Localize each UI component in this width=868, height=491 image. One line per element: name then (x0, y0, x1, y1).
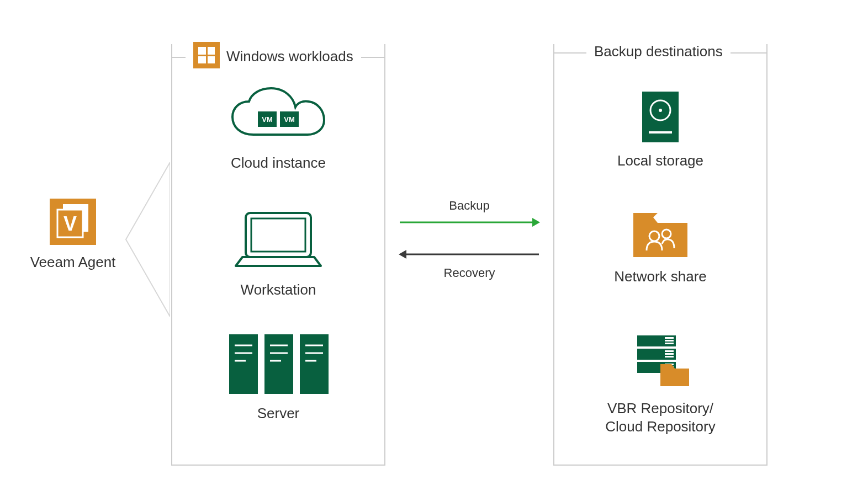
windows-icon (193, 42, 220, 68)
network-share-item: Network share (554, 210, 766, 285)
svg-point-29 (659, 109, 662, 112)
svg-rect-9 (246, 213, 311, 257)
svg-rect-19 (300, 334, 329, 394)
veeam-agent-label: Veeam Agent (18, 254, 128, 271)
svg-rect-39 (665, 353, 674, 355)
svg-text:V: V (63, 212, 77, 235)
workloads-title: Windows workloads (226, 48, 353, 65)
repository-label: VBR Repository/Cloud Repository (554, 399, 766, 435)
network-share-folder-icon (630, 253, 691, 262)
svg-text:VM: VM (284, 115, 295, 124)
arrows-area: Backup Recovery (398, 199, 541, 280)
svg-text:VM: VM (262, 115, 273, 124)
destinations-group: Backup destinations Local storage (553, 44, 768, 466)
workstation-label: Workstation (172, 281, 384, 298)
workloads-group: Windows workloads VM VM Cloud instance W… (171, 44, 385, 466)
svg-marker-4 (126, 162, 170, 317)
backup-arrow-label: Backup (398, 199, 541, 213)
cloud-instance-label: Cloud instance (172, 154, 384, 172)
svg-rect-36 (665, 343, 674, 344)
svg-rect-34 (665, 337, 674, 339)
laptop-icon (226, 266, 331, 275)
network-share-label: Network share (554, 268, 766, 285)
recovery-arrow-icon (398, 253, 541, 263)
server-icon (220, 389, 336, 399)
server-item: Server (172, 331, 384, 422)
local-storage-item: Local storage (554, 89, 766, 169)
cloud-instance-item: VM VM Cloud instance (172, 86, 384, 172)
svg-rect-15 (264, 334, 293, 394)
workloads-group-header: Windows workloads (172, 44, 384, 71)
svg-rect-35 (665, 340, 674, 341)
destinations-title: Backup destinations (594, 43, 723, 60)
repository-item: VBR Repository/Cloud Repository (554, 331, 766, 435)
repository-icon (627, 384, 694, 393)
svg-rect-38 (665, 350, 674, 352)
svg-marker-24 (532, 218, 540, 227)
disk-icon (636, 137, 685, 146)
backup-arrow-icon (398, 221, 541, 231)
svg-marker-26 (399, 250, 406, 259)
svg-rect-40 (665, 356, 674, 357)
destinations-group-header: Backup destinations (554, 44, 766, 61)
svg-rect-10 (251, 218, 305, 252)
workstation-item: Workstation (172, 207, 384, 298)
veeam-agent-icon: V (50, 199, 96, 247)
recovery-arrow-label: Recovery (398, 266, 541, 280)
svg-rect-27 (642, 92, 679, 142)
local-storage-label: Local storage (554, 152, 766, 169)
svg-rect-11 (229, 334, 258, 394)
veeam-agent-block: V Veeam Agent (18, 199, 128, 271)
server-label: Server (172, 405, 384, 422)
cloud-instance-icon: VM VM (226, 139, 331, 148)
